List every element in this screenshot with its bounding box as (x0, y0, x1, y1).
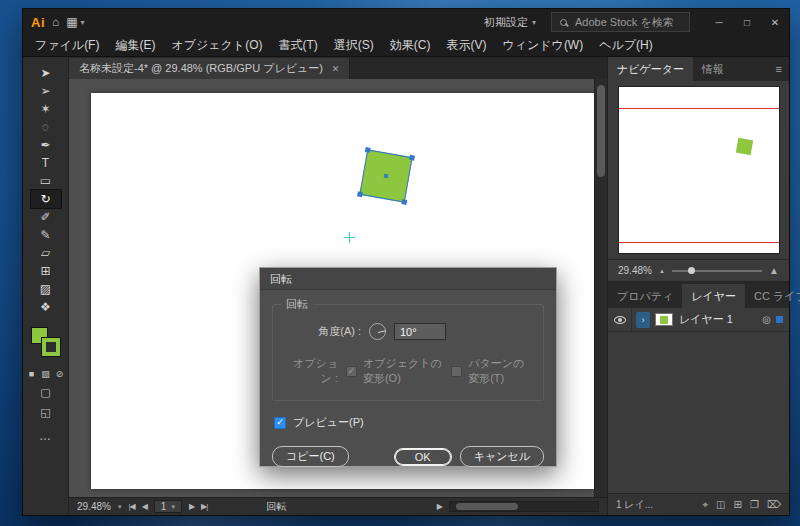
chevron-down-icon: ▾ (81, 18, 85, 27)
type-tool[interactable]: T (31, 154, 61, 172)
home-icon[interactable]: ⌂ (52, 15, 59, 29)
zoom-level[interactable]: 29.48% (77, 501, 111, 512)
color-icon[interactable]: ■ (27, 369, 37, 379)
blend-tool[interactable]: ❖ (31, 298, 61, 316)
clipping-mask-icon[interactable]: ◫ (716, 499, 725, 510)
menu-object[interactable]: オブジェクト(O) (171, 37, 262, 54)
right-panel-column: ナビゲーター 情報 ≡ 29.48% ▲ ▲ (607, 57, 789, 515)
pen-tool[interactable]: ✒ (31, 136, 61, 154)
canvas[interactable]: 回転 回転 角度(A) : オプション : ✓ オブジェクトの変形(O) (69, 79, 607, 497)
anchor-point[interactable] (357, 191, 363, 197)
workspace-switcher[interactable]: 初期設定 ▾ (484, 15, 536, 30)
transform-patterns-checkbox[interactable] (451, 366, 462, 377)
lasso-tool[interactable]: ◌ (31, 118, 61, 136)
close-button[interactable]: ✕ (761, 9, 789, 35)
illustrator-window: Ai ⌂ ▦ ▾ 初期設定 ▾ ─ □ ✕ ファイル(F) 編集(E) オブジェ… (22, 8, 790, 516)
angle-input[interactable] (394, 323, 446, 340)
transform-objects-checkbox[interactable]: ✓ (346, 366, 357, 377)
minimize-button[interactable]: ─ (705, 9, 733, 35)
navigator-preview[interactable] (619, 87, 779, 253)
locate-object-icon[interactable]: ⌖ (702, 499, 708, 511)
tab-info[interactable]: 情報 (693, 57, 733, 81)
anchor-point[interactable] (365, 147, 371, 153)
direct-selection-tool[interactable]: ➢ (31, 82, 61, 100)
scale-tool[interactable]: ▱ (31, 244, 61, 262)
tab-cc-libraries[interactable]: CC ライブラリ (745, 284, 800, 308)
rectangle-tool[interactable]: ▭ (31, 172, 61, 190)
center-point[interactable] (384, 174, 389, 179)
zoom-slider-thumb[interactable] (688, 267, 695, 274)
none-icon[interactable]: ⊘ (55, 369, 65, 379)
last-artboard-button[interactable]: ▶| (201, 502, 207, 511)
navigator-zoom-value[interactable]: 29.48% (618, 265, 652, 276)
layer-target-icon[interactable]: ◎ (762, 314, 771, 325)
ok-button[interactable]: OK (394, 448, 452, 466)
menu-help[interactable]: ヘルプ(H) (599, 37, 653, 54)
delete-layer-icon[interactable]: ⌦ (767, 499, 781, 510)
menu-effect[interactable]: 効果(C) (390, 37, 431, 54)
horizontal-scrollbar[interactable] (449, 501, 599, 512)
zoom-in-icon[interactable]: ▲ (769, 265, 779, 276)
document-tab-bar: 名称未設定-4* @ 29.48% (RGB/GPU プレビュー) ✕ (69, 57, 607, 79)
navigator-shape-thumbnail (736, 138, 753, 155)
maximize-button[interactable]: □ (733, 9, 761, 35)
transform-objects-label: オブジェクトの変形(O) (363, 356, 445, 386)
stroke-swatch[interactable] (42, 338, 60, 356)
artboard-number-box[interactable]: 1 ▾ (154, 500, 182, 513)
document-arrangement-button[interactable]: ▦ ▾ (66, 15, 84, 29)
tab-close-icon[interactable]: ✕ (332, 64, 340, 74)
tab-properties[interactable]: プロパティ (608, 284, 682, 308)
layer-thumbnail[interactable] (655, 313, 673, 326)
vertical-scrollbar-thumb[interactable] (597, 85, 605, 177)
layer-name[interactable]: レイヤー 1 (679, 312, 733, 327)
gradient-tool[interactable]: ▨ (31, 280, 61, 298)
rotation-reference-crosshair[interactable] (344, 232, 355, 243)
selection-tool[interactable]: ➤ (31, 64, 61, 82)
menu-type[interactable]: 書式(T) (278, 37, 317, 54)
menu-window[interactable]: ウィンドウ(W) (502, 37, 583, 54)
menu-edit[interactable]: 編集(E) (115, 37, 155, 54)
angle-dial-icon[interactable] (369, 323, 386, 340)
rotate-tool[interactable]: ↻ (31, 190, 61, 208)
screen-mode-icon[interactable]: ◱ (40, 406, 50, 419)
menu-select[interactable]: 選択(S) (334, 37, 374, 54)
zoom-out-icon[interactable]: ▲ (659, 268, 665, 274)
visibility-eye-icon[interactable] (614, 316, 626, 324)
rotate-dialog-title[interactable]: 回転 (260, 268, 556, 290)
preview-checkbox[interactable]: ✓ (274, 417, 286, 429)
chevron-down-icon[interactable]: ▾ (118, 503, 122, 511)
previous-artboard-button[interactable]: ◀ (142, 502, 147, 511)
search-input[interactable] (573, 15, 681, 29)
vertical-scrollbar[interactable] (594, 79, 607, 497)
drawing-mode-icon[interactable]: ▢ (40, 386, 50, 399)
new-layer-icon[interactable]: ❐ (750, 499, 759, 510)
first-artboard-button[interactable]: |◀ (128, 502, 134, 511)
options-label: オプション : (283, 356, 338, 386)
gradient-icon[interactable]: ▨ (41, 369, 51, 379)
pencil-tool[interactable]: ✎ (31, 226, 61, 244)
cancel-button[interactable]: キャンセル (460, 446, 544, 467)
anchor-point[interactable] (401, 199, 407, 205)
tab-layers[interactable]: レイヤー (682, 284, 745, 308)
rotated-green-square[interactable] (359, 149, 412, 202)
zoom-slider[interactable] (672, 270, 762, 272)
horizontal-scrollbar-thumb[interactable] (456, 503, 518, 510)
next-artboard-button[interactable]: ▶ (189, 502, 194, 511)
document-tab[interactable]: 名称未設定-4* @ 29.48% (RGB/GPU プレビュー) ✕ (69, 58, 350, 79)
mesh-tool[interactable]: ⊞ (31, 262, 61, 280)
copy-button[interactable]: コピー(C) (272, 446, 349, 467)
magic-wand-tool[interactable]: ✶ (31, 100, 61, 118)
scroll-right-icon[interactable]: ▶ (437, 502, 442, 511)
adobe-stock-search[interactable] (551, 12, 690, 32)
layer-count: 1 レイ... (616, 498, 653, 512)
edit-toolbar-icon[interactable]: … (39, 429, 52, 443)
layer-row[interactable]: › レイヤー 1 ◎ (608, 308, 789, 332)
paintbrush-tool[interactable]: ✐ (31, 208, 61, 226)
menu-file[interactable]: ファイル(F) (35, 37, 99, 54)
menu-view[interactable]: 表示(V) (446, 37, 486, 54)
anchor-point[interactable] (409, 155, 415, 161)
layer-disclosure-icon[interactable]: › (636, 312, 650, 328)
panel-menu-icon[interactable]: ≡ (769, 57, 789, 81)
new-sublayer-icon[interactable]: ⊞ (734, 499, 742, 510)
tab-navigator[interactable]: ナビゲーター (608, 57, 693, 81)
